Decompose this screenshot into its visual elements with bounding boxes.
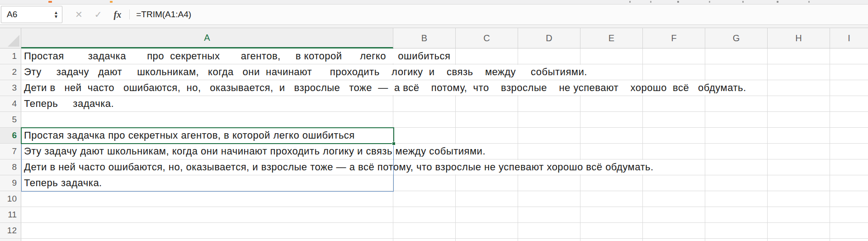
name-box-stepper[interactable]: ▲ ▼ xyxy=(54,10,58,19)
gridlines xyxy=(393,239,868,241)
row-header-9[interactable]: 9 xyxy=(0,175,21,191)
cell-A5[interactable] xyxy=(21,112,393,127)
gridlines xyxy=(393,96,868,111)
grid-row-7: 7 Эту задачу дают школьникам, когда они … xyxy=(0,144,868,159)
ribbon-fragment xyxy=(629,1,631,3)
row-header-12[interactable]: 12 xyxy=(0,223,21,238)
cell-reference: A6 xyxy=(7,10,17,19)
cancel-icon[interactable]: ✕ xyxy=(75,9,83,20)
ribbon-fragment xyxy=(709,1,710,3)
cell-A6-text: Простая задачка про секретных агентов, в… xyxy=(22,128,358,143)
grid-row-1: 1 Простая задачка про секретных агентов,… xyxy=(0,48,868,64)
ribbon-fragment xyxy=(742,1,744,3)
column-header-e[interactable]: E xyxy=(580,28,643,48)
ribbon-fragment xyxy=(48,1,52,3)
grid-row-5: 5 xyxy=(0,112,868,128)
cell-A12[interactable] xyxy=(21,223,393,238)
cell-A11[interactable] xyxy=(21,207,393,222)
column-header-b[interactable]: B xyxy=(393,28,456,48)
cell-A1-text: Простая задачка про секретных агентов, в… xyxy=(22,49,453,63)
ribbon-fragment xyxy=(110,1,113,3)
formula-input[interactable]: =TRIM(A1:A4) xyxy=(130,10,868,19)
cell-A9-text: Теперь задачка. xyxy=(22,176,105,190)
spreadsheet-grid: 1 Простая задачка про секретных агентов,… xyxy=(0,48,868,241)
name-box[interactable]: A6 ▲ ▼ xyxy=(1,6,62,23)
grid-row-9: 9 Теперь задачка. xyxy=(0,175,868,191)
column-header-g[interactable]: G xyxy=(705,28,768,48)
gridlines xyxy=(393,207,868,222)
cell-A8-text: Дети в ней часто ошибаются, но, оказывае… xyxy=(22,160,656,174)
stepper-down-icon[interactable]: ▼ xyxy=(54,14,58,19)
ribbon-fragment xyxy=(808,1,810,3)
row-header-11[interactable]: 11 xyxy=(0,207,21,222)
grid-row-4: 4 Теперь задачка. xyxy=(0,96,868,112)
row-header-6[interactable]: 6 xyxy=(0,128,21,143)
row-header-2[interactable]: 2 xyxy=(0,64,21,80)
header-spacer xyxy=(0,25,868,28)
grid-row-11: 11 xyxy=(0,207,868,223)
ribbon-fragment xyxy=(677,1,679,3)
ribbon-fragment xyxy=(650,1,651,3)
grid-row-3: 3 Дети в ней часто ошибаются, но, оказыв… xyxy=(0,80,868,96)
grid-row-10: 10 xyxy=(0,191,868,207)
gridlines xyxy=(393,128,868,143)
cell-A13[interactable] xyxy=(21,239,393,241)
ribbon-cropped-edge xyxy=(0,0,868,5)
gridlines xyxy=(393,175,868,191)
insert-function-icon[interactable]: fx xyxy=(114,10,122,20)
gridlines xyxy=(393,48,868,64)
select-all-icon xyxy=(8,35,19,47)
row-header-3[interactable]: 3 xyxy=(0,80,21,96)
grid-row-2: 2 Эту задачу дают школьникам, когда они … xyxy=(0,64,868,80)
cell-A7-text: Эту задачу дают школьникам, когда они на… xyxy=(22,144,488,159)
column-header-i[interactable]: I xyxy=(830,28,868,48)
cell-A2-text: Эту задачу дают школьникам, когда они на… xyxy=(22,65,590,79)
column-header-c[interactable]: C xyxy=(456,28,518,48)
row-header-13[interactable]: 13 xyxy=(0,239,21,241)
grid-row-8: 8 Дети в ней часто ошибаются, но, оказыв… xyxy=(0,159,868,175)
row-header-5[interactable]: 5 xyxy=(0,112,21,127)
row-header-10[interactable]: 10 xyxy=(0,191,21,207)
cell-A4-text: Теперь задачка. xyxy=(22,96,117,111)
column-header-d[interactable]: D xyxy=(518,28,580,48)
column-header-f[interactable]: F xyxy=(643,28,705,48)
column-header-row: A B C D E F G H I xyxy=(0,28,868,48)
grid-row-12: 12 xyxy=(0,223,868,239)
confirm-icon[interactable]: ✓ xyxy=(94,9,102,20)
cell-A3-text: Дети в ней часто ошибаются, но, оказывае… xyxy=(22,81,749,95)
row-header-4[interactable]: 4 xyxy=(0,96,21,111)
row-header-8[interactable]: 8 xyxy=(0,159,21,175)
grid-row-6: 6 Простая задачка про секретных агентов,… xyxy=(0,128,868,144)
ribbon-fragment xyxy=(777,1,778,3)
cell-A10[interactable] xyxy=(21,191,393,207)
row-header-1[interactable]: 1 xyxy=(0,48,21,64)
gridlines xyxy=(393,191,868,207)
row-header-7[interactable]: 7 xyxy=(0,144,21,159)
select-all-button[interactable] xyxy=(0,28,21,48)
grid-row-13: 13 xyxy=(0,239,868,241)
column-header-h[interactable]: H xyxy=(768,28,830,48)
gridlines xyxy=(393,112,868,127)
gridlines xyxy=(393,223,868,238)
column-header-a[interactable]: A xyxy=(21,28,393,48)
formula-bar: A6 ▲ ▼ ✕ ✓ fx =TRIM(A1:A4) xyxy=(0,5,868,25)
